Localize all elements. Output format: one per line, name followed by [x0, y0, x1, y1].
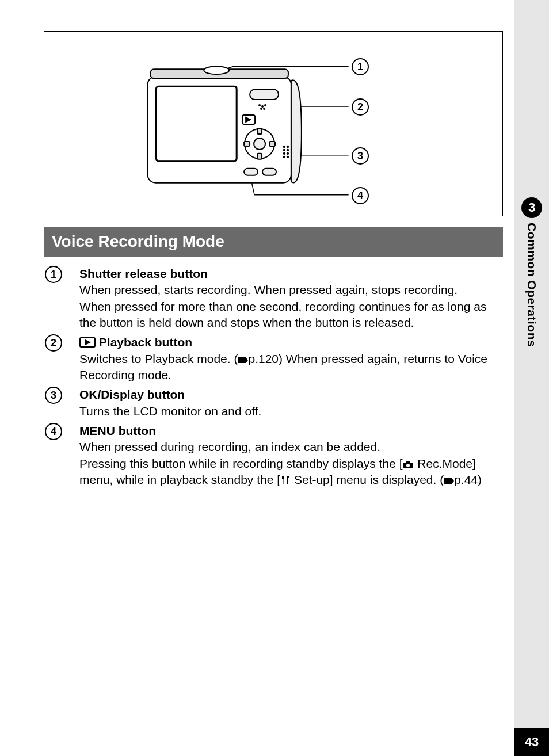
- camera-illustration: [44, 32, 502, 216]
- circled-number: 3: [45, 387, 62, 404]
- item-2-body: Playback button Switches to Playback mod…: [79, 334, 503, 383]
- svg-rect-18: [257, 128, 262, 134]
- svg-point-33: [262, 106, 263, 107]
- svg-rect-48: [444, 478, 452, 484]
- item-4-ref: p.44: [454, 473, 478, 486]
- svg-rect-23: [262, 169, 276, 175]
- item-2-number: 2: [44, 334, 79, 383]
- circled-number: 1: [45, 266, 62, 283]
- item-1-body: Shutter release button When pressed, sta…: [79, 266, 503, 331]
- svg-rect-47: [287, 478, 288, 484]
- item-4-body: MENU button When pressed during recordin…: [79, 423, 503, 488]
- reference-icon: [238, 356, 248, 364]
- svg-point-27: [287, 150, 288, 151]
- svg-rect-13: [250, 89, 279, 100]
- reference-icon: [444, 477, 454, 485]
- item-2: 2 Playback button Switches to Playback m…: [44, 334, 503, 383]
- item-2-ref: p.120: [248, 352, 279, 365]
- callout-2: 2: [352, 98, 369, 116]
- svg-point-30: [284, 156, 285, 158]
- callout-1: 1: [352, 58, 369, 75]
- item-4: 4 MENU button When pressed during record…: [44, 423, 503, 488]
- svg-point-25: [287, 146, 288, 147]
- svg-rect-11: [157, 86, 237, 161]
- svg-point-36: [264, 108, 265, 109]
- item-4-number: 4: [44, 423, 79, 488]
- circled-number: 4: [45, 423, 62, 440]
- item-2-title-text: Playback button: [96, 335, 192, 349]
- callout-3: 3: [352, 147, 369, 165]
- item-3-text: Turns the LCD monitor on and off.: [79, 404, 261, 418]
- item-4-text-a: When pressed during recording, an index …: [79, 440, 380, 453]
- svg-rect-39: [238, 357, 246, 363]
- svg-point-31: [287, 156, 288, 158]
- content-area: 1 2 3 4 Voice Recording Mode 1 Shutter r…: [44, 31, 503, 491]
- playback-icon: [79, 337, 96, 348]
- camera-icon: [402, 460, 414, 469]
- svg-point-34: [265, 105, 266, 106]
- item-1-number: 1: [44, 266, 79, 331]
- side-tab-inner: 3 Common Operations: [514, 197, 549, 347]
- callout-4: 4: [352, 187, 369, 204]
- chapter-number-badge: 3: [521, 197, 542, 218]
- svg-point-26: [284, 150, 285, 151]
- item-4-title: MENU button: [79, 424, 156, 437]
- svg-point-29: [287, 153, 288, 154]
- svg-rect-22: [244, 169, 258, 175]
- circled-number: 2: [45, 334, 62, 352]
- svg-marker-38: [85, 339, 91, 345]
- svg-point-28: [284, 153, 285, 154]
- section-title: Voice Recording Mode: [44, 227, 503, 257]
- item-4-text-b-post: ): [478, 473, 482, 486]
- item-3-body: OK/Display button Turns the LCD monitor …: [79, 387, 503, 419]
- item-4-text-b-pre: Pressing this button while in recording …: [79, 457, 402, 470]
- item-1: 1 Shutter release button When pressed, s…: [44, 266, 503, 331]
- item-1-text-a: When pressed, starts recording. When pre…: [79, 283, 458, 296]
- svg-point-43: [406, 464, 410, 467]
- item-1-text-b: When pressed for more than one second, r…: [79, 300, 486, 329]
- item-2-text-pre: Switches to Playback mode. (: [79, 352, 238, 365]
- svg-point-10: [204, 66, 229, 74]
- svg-point-35: [261, 108, 262, 109]
- chapter-title: Common Operations: [525, 223, 539, 347]
- item-2-title: Playback button: [79, 335, 192, 349]
- svg-point-17: [254, 138, 265, 150]
- svg-rect-21: [269, 142, 275, 146]
- page-number: 43: [514, 728, 549, 756]
- svg-rect-42: [406, 461, 410, 463]
- tools-icon: [280, 476, 291, 485]
- item-1-title: Shutter release button: [79, 267, 208, 280]
- camera-diagram: 1 2 3 4: [44, 31, 503, 216]
- svg-rect-19: [257, 154, 262, 159]
- svg-rect-20: [244, 142, 250, 146]
- page: 3 Common Operations 43: [0, 0, 549, 756]
- item-3-title: OK/Display button: [79, 388, 185, 401]
- item-4-text-b-end-pre: Set-up] menu is displayed. (: [291, 473, 444, 486]
- svg-point-32: [259, 105, 260, 106]
- svg-rect-45: [283, 479, 284, 484]
- item-3: 3 OK/Display button Turns the LCD monito…: [44, 387, 503, 419]
- svg-point-24: [284, 146, 285, 147]
- side-tab: 3 Common Operations 43: [514, 0, 549, 756]
- item-3-number: 3: [44, 387, 79, 419]
